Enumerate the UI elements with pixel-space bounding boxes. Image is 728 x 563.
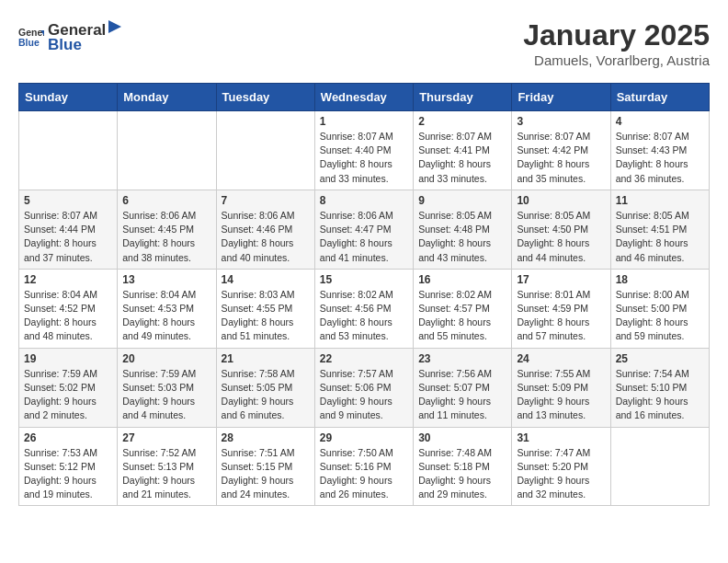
calendar-cell: 9Sunrise: 8:05 AMSunset: 4:48 PMDaylight… [414, 190, 512, 269]
day-number: 30 [418, 431, 506, 444]
day-number: 15 [320, 273, 408, 286]
day-number: 23 [418, 352, 506, 365]
calendar-cell: 29Sunrise: 7:50 AMSunset: 5:16 PMDayligh… [314, 427, 413, 506]
day-info: Sunrise: 7:48 AMSunset: 5:18 PMDaylight:… [418, 446, 506, 502]
week-row-3: 12Sunrise: 8:04 AMSunset: 4:52 PMDayligh… [19, 269, 710, 348]
weekday-header-thursday: Thursday [414, 84, 512, 111]
day-info: Sunrise: 8:01 AMSunset: 4:59 PMDaylight:… [517, 288, 605, 344]
calendar-cell: 10Sunrise: 8:05 AMSunset: 4:50 PMDayligh… [512, 190, 610, 269]
day-number: 7 [222, 194, 310, 207]
svg-marker-3 [108, 20, 121, 33]
calendar-cell: 18Sunrise: 8:00 AMSunset: 5:00 PMDayligh… [610, 269, 709, 348]
title-block: January 2025 Damuels, Vorarlberg, Austri… [523, 18, 710, 68]
calendar-cell: 23Sunrise: 7:56 AMSunset: 5:07 PMDayligh… [414, 348, 512, 427]
month-title: January 2025 [523, 18, 710, 52]
location-subtitle: Damuels, Vorarlberg, Austria [523, 52, 710, 68]
calendar-cell: 1Sunrise: 8:07 AMSunset: 4:40 PMDaylight… [314, 111, 413, 190]
calendar-cell: 28Sunrise: 7:51 AMSunset: 5:15 PMDayligh… [216, 427, 314, 506]
day-number: 12 [24, 273, 112, 286]
day-info: Sunrise: 7:53 AMSunset: 5:12 PMDaylight:… [24, 446, 112, 502]
calendar-cell [118, 111, 216, 190]
day-number: 26 [24, 431, 112, 444]
calendar-cell: 19Sunrise: 7:59 AMSunset: 5:02 PMDayligh… [19, 348, 118, 427]
day-number: 14 [222, 273, 310, 286]
week-row-1: 1Sunrise: 8:07 AMSunset: 4:40 PMDaylight… [19, 111, 710, 190]
week-row-5: 26Sunrise: 7:53 AMSunset: 5:12 PMDayligh… [19, 427, 710, 506]
calendar-cell [610, 427, 709, 506]
day-info: Sunrise: 8:04 AMSunset: 4:53 PMDaylight:… [122, 288, 210, 344]
day-info: Sunrise: 8:05 AMSunset: 4:50 PMDaylight:… [517, 209, 605, 265]
calendar-cell: 30Sunrise: 7:48 AMSunset: 5:18 PMDayligh… [414, 427, 512, 506]
week-row-4: 19Sunrise: 7:59 AMSunset: 5:02 PMDayligh… [19, 348, 710, 427]
logo: General Blue General Blue [18, 18, 124, 54]
weekday-header-sunday: Sunday [19, 84, 118, 111]
day-number: 8 [320, 194, 408, 207]
day-info: Sunrise: 8:07 AMSunset: 4:40 PMDaylight:… [320, 130, 408, 186]
day-info: Sunrise: 8:07 AMSunset: 4:44 PMDaylight:… [24, 209, 112, 265]
day-info: Sunrise: 8:06 AMSunset: 4:47 PMDaylight:… [320, 209, 408, 265]
calendar-cell: 25Sunrise: 7:54 AMSunset: 5:10 PMDayligh… [610, 348, 709, 427]
day-info: Sunrise: 7:59 AMSunset: 5:03 PMDaylight:… [122, 367, 210, 423]
calendar-table: SundayMondayTuesdayWednesdayThursdayFrid… [18, 83, 710, 506]
day-info: Sunrise: 8:07 AMSunset: 4:41 PMDaylight:… [418, 130, 506, 186]
day-info: Sunrise: 8:05 AMSunset: 4:51 PMDaylight:… [616, 209, 704, 265]
svg-text:Blue: Blue [18, 36, 40, 47]
day-number: 11 [616, 194, 704, 207]
day-number: 27 [122, 431, 210, 444]
calendar-cell: 8Sunrise: 8:06 AMSunset: 4:47 PMDaylight… [314, 190, 413, 269]
calendar-cell [216, 111, 314, 190]
weekday-header-friday: Friday [512, 84, 610, 111]
day-info: Sunrise: 7:55 AMSunset: 5:09 PMDaylight:… [517, 367, 605, 423]
day-number: 9 [418, 194, 506, 207]
day-info: Sunrise: 8:00 AMSunset: 5:00 PMDaylight:… [616, 288, 704, 344]
day-number: 10 [517, 194, 605, 207]
day-number: 20 [122, 352, 210, 365]
day-info: Sunrise: 8:02 AMSunset: 4:57 PMDaylight:… [418, 288, 506, 344]
calendar-cell: 15Sunrise: 8:02 AMSunset: 4:56 PMDayligh… [314, 269, 413, 348]
day-info: Sunrise: 7:59 AMSunset: 5:02 PMDaylight:… [24, 367, 112, 423]
day-number: 25 [616, 352, 704, 365]
day-info: Sunrise: 7:57 AMSunset: 5:06 PMDaylight:… [320, 367, 408, 423]
day-info: Sunrise: 7:52 AMSunset: 5:13 PMDaylight:… [122, 446, 210, 502]
day-number: 4 [616, 115, 704, 128]
calendar-cell: 12Sunrise: 8:04 AMSunset: 4:52 PMDayligh… [19, 269, 118, 348]
day-number: 16 [418, 273, 506, 286]
day-number: 31 [517, 431, 605, 444]
day-number: 18 [616, 273, 704, 286]
day-info: Sunrise: 8:02 AMSunset: 4:56 PMDaylight:… [320, 288, 408, 344]
calendar-cell: 11Sunrise: 8:05 AMSunset: 4:51 PMDayligh… [610, 190, 709, 269]
calendar-cell: 26Sunrise: 7:53 AMSunset: 5:12 PMDayligh… [19, 427, 118, 506]
day-number: 21 [222, 352, 310, 365]
day-info: Sunrise: 7:58 AMSunset: 5:05 PMDaylight:… [222, 367, 310, 423]
day-info: Sunrise: 7:56 AMSunset: 5:07 PMDaylight:… [418, 367, 506, 423]
weekday-header-tuesday: Tuesday [216, 84, 314, 111]
day-number: 17 [517, 273, 605, 286]
day-info: Sunrise: 8:05 AMSunset: 4:48 PMDaylight:… [418, 209, 506, 265]
calendar-cell: 7Sunrise: 8:06 AMSunset: 4:46 PMDaylight… [216, 190, 314, 269]
calendar-cell: 20Sunrise: 7:59 AMSunset: 5:03 PMDayligh… [118, 348, 216, 427]
day-number: 29 [320, 431, 408, 444]
calendar-cell: 5Sunrise: 8:07 AMSunset: 4:44 PMDaylight… [19, 190, 118, 269]
calendar-cell: 4Sunrise: 8:07 AMSunset: 4:43 PMDaylight… [610, 111, 709, 190]
calendar-cell: 31Sunrise: 7:47 AMSunset: 5:20 PMDayligh… [512, 427, 610, 506]
calendar-cell: 17Sunrise: 8:01 AMSunset: 4:59 PMDayligh… [512, 269, 610, 348]
day-info: Sunrise: 7:51 AMSunset: 5:15 PMDaylight:… [222, 446, 310, 502]
day-info: Sunrise: 8:07 AMSunset: 4:43 PMDaylight:… [616, 130, 704, 186]
weekday-header-monday: Monday [118, 84, 216, 111]
day-number: 6 [122, 194, 210, 207]
svg-text:General: General [18, 26, 44, 37]
day-number: 1 [320, 115, 408, 128]
calendar-cell [19, 111, 118, 190]
calendar-cell: 21Sunrise: 7:58 AMSunset: 5:05 PMDayligh… [216, 348, 314, 427]
weekday-header-saturday: Saturday [610, 84, 709, 111]
logo-icon: General Blue [18, 24, 44, 50]
day-info: Sunrise: 7:54 AMSunset: 5:10 PMDaylight:… [616, 367, 704, 423]
day-number: 19 [24, 352, 112, 365]
day-info: Sunrise: 8:07 AMSunset: 4:42 PMDaylight:… [517, 130, 605, 186]
day-info: Sunrise: 8:04 AMSunset: 4:52 PMDaylight:… [24, 288, 112, 344]
weekday-header-wednesday: Wednesday [314, 84, 413, 111]
calendar-cell: 27Sunrise: 7:52 AMSunset: 5:13 PMDayligh… [118, 427, 216, 506]
calendar-cell: 13Sunrise: 8:04 AMSunset: 4:53 PMDayligh… [118, 269, 216, 348]
day-info: Sunrise: 8:03 AMSunset: 4:55 PMDaylight:… [222, 288, 310, 344]
weekday-header-row: SundayMondayTuesdayWednesdayThursdayFrid… [19, 84, 710, 111]
